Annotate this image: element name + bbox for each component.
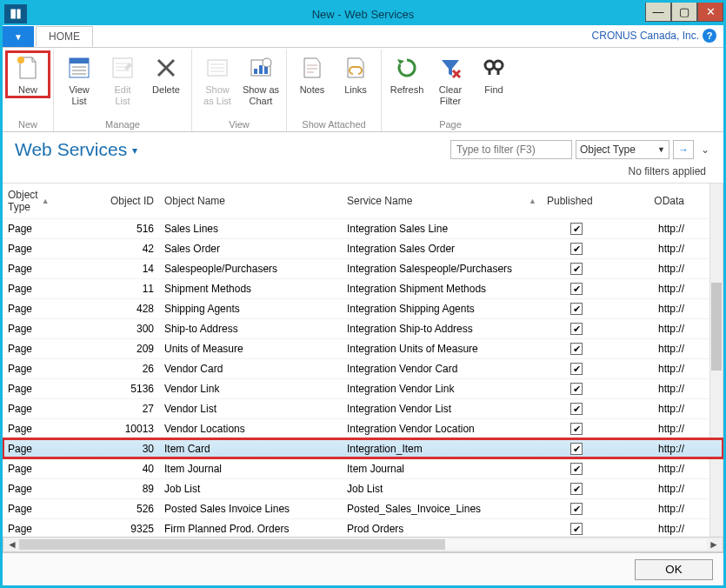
refresh-button[interactable]: Refresh bbox=[385, 51, 429, 97]
checkbox-icon[interactable]: ✔ bbox=[570, 303, 583, 315]
ok-button[interactable]: OK bbox=[635, 559, 713, 580]
find-button[interactable]: Find bbox=[472, 51, 516, 97]
notes-button[interactable]: Notes bbox=[290, 51, 334, 97]
col-published[interactable]: Published bbox=[542, 191, 611, 210]
cell-odata-url[interactable]: http:// bbox=[611, 281, 689, 297]
cell-odata-url[interactable]: http:// bbox=[611, 501, 689, 517]
cell-published[interactable]: ✔ bbox=[542, 421, 611, 438]
cell-odata-url[interactable]: http:// bbox=[611, 461, 689, 477]
help-icon[interactable]: ? bbox=[703, 29, 716, 43]
cell-odata-url[interactable]: http:// bbox=[611, 401, 689, 417]
cell-published[interactable]: ✔ bbox=[542, 341, 611, 357]
quick-filter-input[interactable] bbox=[450, 140, 572, 159]
new-button[interactable]: New bbox=[6, 51, 50, 97]
cell-odata-url[interactable]: http:// bbox=[611, 301, 689, 317]
maximize-button[interactable]: ▢ bbox=[671, 3, 697, 22]
cell-odata-url[interactable]: http:// bbox=[611, 361, 689, 377]
checkbox-icon[interactable]: ✔ bbox=[570, 343, 583, 355]
cell-published[interactable]: ✔ bbox=[542, 301, 611, 317]
links-button[interactable]: Links bbox=[334, 51, 377, 97]
checkbox-icon[interactable]: ✔ bbox=[570, 363, 583, 375]
col-object-id[interactable]: Object ID bbox=[81, 191, 159, 210]
minimize-button[interactable]: — bbox=[645, 3, 671, 22]
close-button[interactable]: ✕ bbox=[697, 3, 723, 22]
cell-published[interactable]: ✔ bbox=[542, 361, 611, 378]
cell-odata-url[interactable]: http:// bbox=[611, 261, 689, 277]
cell-published[interactable]: ✔ bbox=[542, 461, 611, 478]
col-object-name[interactable]: Object Name bbox=[159, 191, 342, 210]
col-object-type[interactable]: Object Type▲ bbox=[3, 185, 81, 217]
col-service-name[interactable]: Service Name▲ bbox=[342, 191, 542, 210]
delete-button[interactable]: Delete bbox=[144, 51, 188, 97]
apply-filter-button[interactable]: → bbox=[673, 140, 694, 159]
table-row[interactable]: Page26Vendor CardIntegration Vendor Card… bbox=[3, 358, 723, 378]
scroll-right-icon[interactable]: ► bbox=[707, 538, 721, 551]
horizontal-scrollbar[interactable]: ◄ ► bbox=[3, 537, 723, 552]
group-page-label: Page bbox=[439, 119, 462, 130]
cell-published[interactable]: ✔ bbox=[542, 241, 611, 257]
checkbox-icon[interactable]: ✔ bbox=[570, 483, 583, 495]
table-row[interactable]: Page526Posted Sales Invoice LinesPosted_… bbox=[3, 498, 723, 518]
table-row[interactable]: Page27Vendor ListIntegration Vendor List… bbox=[3, 398, 723, 418]
show-as-chart-button[interactable]: Show as Chart bbox=[239, 51, 283, 108]
file-tab[interactable]: ▼ bbox=[3, 26, 34, 47]
cell-odata-url[interactable]: http:// bbox=[611, 241, 689, 257]
table-row[interactable]: Page14Salespeople/PurchasersIntegration … bbox=[3, 258, 723, 278]
table-row[interactable]: Page89Job ListJob List✔http:// bbox=[3, 478, 723, 498]
checkbox-icon[interactable]: ✔ bbox=[570, 243, 583, 255]
table-row[interactable]: Page42Sales OrderIntegration Sales Order… bbox=[3, 238, 723, 258]
cell-object-id: 30 bbox=[81, 441, 159, 457]
table-row[interactable]: Page300Ship-to AddressIntegration Ship-t… bbox=[3, 318, 723, 338]
col-odata[interactable]: OData bbox=[611, 191, 689, 210]
tab-home[interactable]: HOME bbox=[36, 26, 93, 47]
checkbox-icon[interactable]: ✔ bbox=[570, 263, 583, 275]
table-row[interactable]: Page5136Vendor LinkIntegration Vendor Li… bbox=[3, 378, 723, 398]
table-row[interactable]: Page428Shipping AgentsIntegration Shippi… bbox=[3, 298, 723, 318]
checkbox-icon[interactable]: ✔ bbox=[570, 503, 583, 515]
cell-odata-url[interactable]: http:// bbox=[611, 221, 689, 237]
cell-published[interactable]: ✔ bbox=[542, 441, 611, 458]
checkbox-icon[interactable]: ✔ bbox=[570, 403, 583, 415]
cell-object-type: Page bbox=[3, 381, 81, 397]
table-row[interactable]: Page11Shipment MethodsIntegration Shipme… bbox=[3, 278, 723, 298]
table-row[interactable]: Page40Item JournalItem Journal✔http:// bbox=[3, 458, 723, 478]
checkbox-icon[interactable]: ✔ bbox=[570, 323, 583, 335]
cell-published[interactable]: ✔ bbox=[542, 481, 611, 498]
cell-published[interactable]: ✔ bbox=[542, 381, 611, 398]
checkbox-icon[interactable]: ✔ bbox=[570, 283, 583, 295]
checkbox-icon[interactable]: ✔ bbox=[570, 523, 583, 535]
cell-odata-url[interactable]: http:// bbox=[611, 341, 689, 357]
vertical-scrollbar[interactable] bbox=[709, 184, 723, 537]
cell-odata-url[interactable]: http:// bbox=[611, 441, 689, 457]
cell-odata-url[interactable]: http:// bbox=[611, 321, 689, 337]
table-row[interactable]: Page209Units of MeasureIntegration Units… bbox=[3, 338, 723, 358]
cell-service-name: Integration Sales Line bbox=[342, 221, 542, 237]
table-row[interactable]: Page9325Firm Planned Prod. OrdersProd Or… bbox=[3, 518, 723, 538]
checkbox-icon[interactable]: ✔ bbox=[570, 223, 583, 235]
cell-odata-url[interactable]: http:// bbox=[611, 421, 689, 437]
cell-odata-url[interactable]: http:// bbox=[611, 381, 689, 397]
table-row[interactable]: Page10013Vendor LocationsIntegration Ven… bbox=[3, 418, 723, 438]
cell-published[interactable]: ✔ bbox=[542, 521, 611, 538]
checkbox-icon[interactable]: ✔ bbox=[570, 463, 583, 475]
cell-published[interactable]: ✔ bbox=[542, 321, 611, 337]
checkbox-icon[interactable]: ✔ bbox=[570, 383, 583, 395]
cell-odata-url[interactable]: http:// bbox=[611, 481, 689, 497]
table-row[interactable]: Page30Item CardIntegration_Item✔http:// bbox=[3, 438, 723, 458]
cell-published[interactable]: ✔ bbox=[542, 261, 611, 277]
checkbox-icon[interactable]: ✔ bbox=[570, 423, 583, 435]
scroll-left-icon[interactable]: ◄ bbox=[5, 538, 19, 551]
view-list-button[interactable]: View List bbox=[57, 51, 101, 108]
checkbox-icon[interactable]: ✔ bbox=[570, 443, 583, 455]
cell-published[interactable]: ✔ bbox=[542, 501, 611, 518]
clear-filter-button[interactable]: Clear Filter bbox=[429, 51, 472, 108]
svg-rect-6 bbox=[254, 69, 257, 74]
table-row[interactable]: Page516Sales LinesIntegration Sales Line… bbox=[3, 218, 723, 238]
filter-field-dropdown[interactable]: Object Type▼ bbox=[576, 140, 669, 159]
cell-odata-url[interactable]: http:// bbox=[611, 521, 689, 537]
cell-published[interactable]: ✔ bbox=[542, 221, 611, 237]
expand-filter-button[interactable]: ⌄ bbox=[697, 140, 713, 159]
cell-published[interactable]: ✔ bbox=[542, 281, 611, 297]
cell-published[interactable]: ✔ bbox=[542, 401, 611, 418]
page-title[interactable]: Web Services ▾ bbox=[15, 139, 137, 160]
